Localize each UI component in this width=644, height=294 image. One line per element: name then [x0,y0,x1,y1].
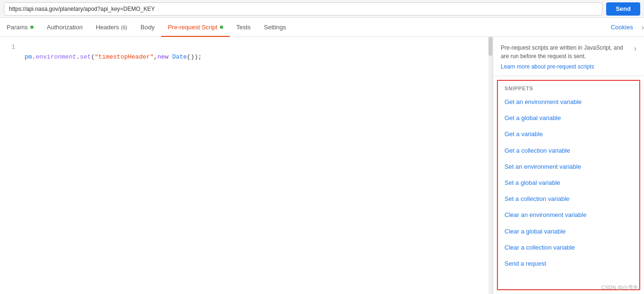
right-panel: Pre-request scripts are written in JavaS… [493,37,644,294]
snippet-clear-env-var[interactable]: Clear an environment variable [498,207,639,223]
snippet-set-env-var[interactable]: Set an environment variable [498,159,639,175]
tab-settings[interactable]: Settings [257,18,293,37]
tab-tests-label: Tests [236,24,251,31]
tab-tests[interactable]: Tests [230,18,257,37]
tab-prerequest-label: Pre-request Script [168,24,218,31]
editor-area: 1 pm.environment.set("timestopHeader",ne… [0,37,493,294]
tab-body-label: Body [140,24,155,31]
info-content: Pre-request scripts are written in JavaS… [501,43,630,70]
info-section: Pre-request scripts are written in JavaS… [493,37,644,76]
tab-bar: Params Authorization Headers (6) Body Pr… [0,18,644,37]
tab-params-label: Params [7,24,28,31]
expand-chevron[interactable]: › [642,23,644,32]
watermark: CSDN @白雪冬 [601,284,638,291]
learn-more-link[interactable]: Learn more about pre-request scripts [501,63,630,70]
code-editor[interactable]: pm.environment.set("timestopHeader",new … [19,37,492,294]
cookies-link[interactable]: Cookies [604,24,640,31]
info-description: Pre-request scripts are written in JavaS… [501,43,630,61]
editor-scrollbar[interactable] [488,37,492,294]
tab-headers-label: Headers [96,24,119,31]
tab-authorization[interactable]: Authorization [40,18,89,37]
send-button[interactable]: Send [606,2,640,16]
scrollbar-thumb [488,37,492,56]
tab-settings-label: Settings [264,24,286,31]
line-number-1: 1 [11,43,15,51]
main-content: 1 pm.environment.set("timestopHeader",ne… [0,37,644,294]
tab-headers[interactable]: Headers (6) [89,18,134,37]
snippets-section: SNIPPETS Get an environment variable Get… [497,80,640,290]
info-chevron-icon[interactable]: › [634,44,636,53]
snippet-clear-global-var[interactable]: Clear a global variable [498,224,639,240]
snippet-set-global-var[interactable]: Set a global variable [498,175,639,191]
snippet-get-collection-var[interactable]: Get a collection variable [498,143,639,159]
url-input[interactable] [4,2,602,16]
tab-params[interactable]: Params [0,18,40,37]
snippet-set-collection-var[interactable]: Set a collection variable [498,191,639,207]
snippet-get-global-var[interactable]: Get a global variable [498,110,639,126]
tab-body[interactable]: Body [134,18,161,37]
tab-authorization-label: Authorization [47,24,83,31]
tab-prerequest[interactable]: Pre-request Script [161,18,230,37]
snippets-header: SNIPPETS [498,81,639,94]
snippet-send-request[interactable]: Send a request [498,256,639,272]
snippet-get-var[interactable]: Get a variable [498,126,639,142]
headers-badge: (6) [121,25,127,30]
line-numbers: 1 [0,37,19,58]
url-bar: Send [0,0,644,18]
params-dot [30,26,34,29]
prerequest-dot [220,26,223,29]
snippet-clear-collection-var[interactable]: Clear a collection variable [498,240,639,256]
snippet-get-env-var[interactable]: Get an environment variable [498,94,639,110]
